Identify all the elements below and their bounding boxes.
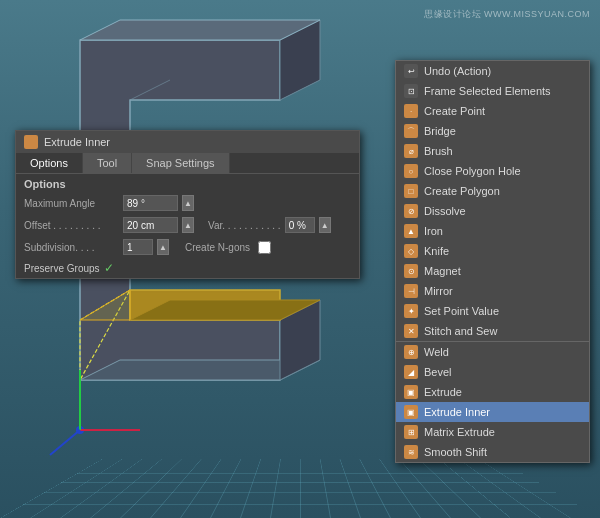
iron-icon: ▲ (404, 224, 418, 238)
context-menu: ↩Undo (Action)⊡Frame Selected Elements·C… (395, 60, 590, 463)
menu-item-frame[interactable]: ⊡Frame Selected Elements (396, 81, 589, 101)
menu-item-label-extrude: Extrude (424, 386, 462, 398)
preserve-groups-check: ✓ (104, 261, 114, 275)
menu-item-label-create-poly: Create Polygon (424, 185, 500, 197)
menu-item-label-weld: Weld (424, 346, 449, 358)
menu-item-label-undo: Undo (Action) (424, 65, 491, 77)
preserve-groups-label: Preserve Groups (24, 263, 100, 274)
tab-options[interactable]: Options (16, 153, 83, 173)
menu-item-undo[interactable]: ↩Undo (Action) (396, 61, 589, 81)
var-label: Var. . . . . . . . . . . (208, 220, 281, 231)
menu-item-label-mirror: Mirror (424, 285, 453, 297)
menu-item-create-poly[interactable]: □Create Polygon (396, 181, 589, 201)
tab-tool[interactable]: Tool (83, 153, 132, 173)
subdivision-up[interactable]: ▲ (157, 239, 169, 255)
menu-item-label-stitch: Stitch and Sew (424, 325, 497, 337)
weld-icon: ⊕ (404, 345, 418, 359)
point-icon: · (404, 104, 418, 118)
menu-item-label-extrude-inner: Extrude Inner (424, 406, 490, 418)
menu-item-label-close-hole: Close Polygon Hole (424, 165, 521, 177)
menu-item-label-smooth-shift: Smooth Shift (424, 446, 487, 458)
param-row-max-angle: Maximum Angle ▲ (16, 192, 359, 214)
bridge-icon: ⌒ (404, 124, 418, 138)
smooth-shift-icon: ≋ (404, 445, 418, 459)
offset-input[interactable] (123, 217, 178, 233)
panel-title-bar: Extrude Inner (16, 131, 359, 153)
offset-label: Offset . . . . . . . . . (24, 220, 119, 231)
max-angle-label: Maximum Angle (24, 198, 119, 209)
menu-item-dissolve[interactable]: ⊘Dissolve (396, 201, 589, 221)
tab-snap-settings[interactable]: Snap Settings (132, 153, 230, 173)
tool-panel: Extrude Inner Options Tool Snap Settings… (15, 130, 360, 279)
menu-item-label-iron: Iron (424, 225, 443, 237)
menu-item-label-frame: Frame Selected Elements (424, 85, 551, 97)
frame-icon: ⊡ (404, 84, 418, 98)
menu-item-label-point: Create Point (424, 105, 485, 117)
magnet-icon: ⊙ (404, 264, 418, 278)
svg-marker-3 (80, 20, 320, 40)
menu-item-label-magnet: Magnet (424, 265, 461, 277)
menu-item-magnet[interactable]: ⊙Magnet (396, 261, 589, 281)
menu-item-label-brush: Brush (424, 145, 453, 157)
extrude-inner-icon: ▣ (404, 405, 418, 419)
set-point-icon: ✦ (404, 304, 418, 318)
create-ngons-label: Create N-gons (185, 242, 250, 253)
menu-item-bridge[interactable]: ⌒Bridge (396, 121, 589, 141)
menu-item-close-hole[interactable]: ○Close Polygon Hole (396, 161, 589, 181)
knife-icon: ◇ (404, 244, 418, 258)
subdivision-input[interactable] (123, 239, 153, 255)
brush-icon: ⌀ (404, 144, 418, 158)
var-input[interactable] (285, 217, 315, 233)
undo-icon: ↩ (404, 64, 418, 78)
dissolve-icon: ⊘ (404, 204, 418, 218)
panel-tabs: Options Tool Snap Settings (16, 153, 359, 174)
extrude-icon: ▣ (404, 385, 418, 399)
menu-item-mirror[interactable]: ⊣Mirror (396, 281, 589, 301)
subdivision-label: Subdivision. . . . (24, 242, 119, 253)
menu-item-extrude-inner[interactable]: ▣Extrude Inner (396, 402, 589, 422)
menu-item-label-knife: Knife (424, 245, 449, 257)
panel-icon (24, 135, 38, 149)
menu-item-label-set-point: Set Point Value (424, 305, 499, 317)
svg-line-17 (50, 430, 80, 455)
mirror-icon: ⊣ (404, 284, 418, 298)
max-angle-up[interactable]: ▲ (182, 195, 194, 211)
var-up[interactable]: ▲ (319, 217, 331, 233)
preserve-groups-row: Preserve Groups ✓ (16, 258, 359, 278)
matrix-extrude-icon: ⊞ (404, 425, 418, 439)
offset-up[interactable]: ▲ (182, 217, 194, 233)
section-options: Options (16, 174, 359, 192)
menu-item-iron[interactable]: ▲Iron (396, 221, 589, 241)
menu-item-label-matrix-extrude: Matrix Extrude (424, 426, 495, 438)
create-poly-icon: □ (404, 184, 418, 198)
menu-item-smooth-shift[interactable]: ≋Smooth Shift (396, 442, 589, 462)
menu-item-set-point[interactable]: ✦Set Point Value (396, 301, 589, 321)
create-ngons-checkbox[interactable] (258, 241, 271, 254)
watermark: 思缘设计论坛 WWW.MISSYUAN.COM (424, 8, 590, 21)
menu-item-extrude[interactable]: ▣Extrude (396, 382, 589, 402)
menu-item-knife[interactable]: ◇Knife (396, 241, 589, 261)
menu-item-point[interactable]: ·Create Point (396, 101, 589, 121)
menu-item-brush[interactable]: ⌀Brush (396, 141, 589, 161)
close-hole-icon: ○ (404, 164, 418, 178)
bevel-icon: ◢ (404, 365, 418, 379)
menu-item-label-bevel: Bevel (424, 366, 452, 378)
menu-item-label-bridge: Bridge (424, 125, 456, 137)
max-angle-input[interactable] (123, 195, 178, 211)
menu-item-weld[interactable]: ⊕Weld (396, 341, 589, 362)
menu-item-matrix-extrude[interactable]: ⊞Matrix Extrude (396, 422, 589, 442)
menu-item-bevel[interactable]: ◢Bevel (396, 362, 589, 382)
panel-title: Extrude Inner (44, 136, 110, 148)
menu-item-stitch[interactable]: ✕Stitch and Sew (396, 321, 589, 341)
menu-item-label-dissolve: Dissolve (424, 205, 466, 217)
stitch-icon: ✕ (404, 324, 418, 338)
param-row-subdivision: Subdivision. . . . ▲ Create N-gons (16, 236, 359, 258)
param-row-offset: Offset . . . . . . . . . ▲ Var. . . . . … (16, 214, 359, 236)
